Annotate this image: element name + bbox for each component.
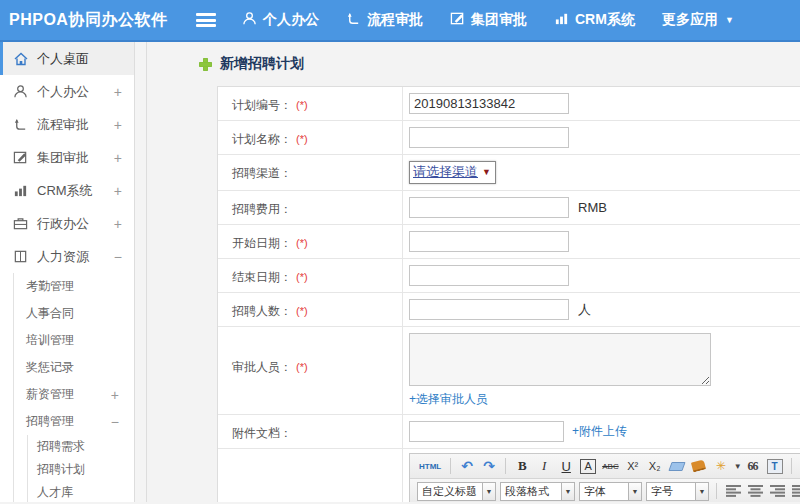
align-center-icon[interactable] — [747, 482, 763, 500]
edit-icon — [450, 11, 471, 29]
topnav-group-approval[interactable]: 集团审批 — [450, 11, 527, 29]
bold-button[interactable]: B — [514, 457, 530, 475]
eraser-icon[interactable] — [669, 457, 685, 475]
field-label: 结束日期： — [232, 270, 292, 284]
sidebar-subitem-recruit-plan[interactable]: 招聘计划 — [28, 458, 134, 481]
sidebar-scrollbar[interactable] — [135, 42, 147, 502]
cost-input[interactable] — [409, 197, 569, 218]
home-icon — [12, 50, 29, 67]
blockquote-button[interactable]: 66 — [745, 457, 761, 475]
field-label: 审批人员： — [232, 360, 292, 374]
select-value: 请选择渠道 — [413, 163, 478, 181]
html-source-button[interactable]: HTML — [418, 457, 442, 475]
expand-toggle[interactable]: + — [114, 216, 122, 232]
underline-button[interactable]: U — [558, 457, 574, 475]
rich-text-editor: HTML ↶ ↷ B I U A ABC X² — [409, 453, 800, 502]
form-row-headcount: 招聘人数：(*) 人 — [218, 293, 800, 327]
caret-down-icon[interactable]: ▼ — [696, 482, 709, 501]
undo-icon[interactable]: ↶ — [459, 457, 475, 475]
sidebar-item-workflow-approval[interactable]: 流程审批 + — [0, 108, 134, 141]
field-label: 招聘人数： — [232, 304, 292, 318]
hr-submenu: 考勤管理 人事合同 培训管理 奖惩记录 薪资管理 + 招聘管理 − — [13, 273, 134, 502]
sidebar-subitem-label: 人事合同 — [26, 305, 74, 322]
form-row-attachment: 附件文档： +附件上传 — [218, 415, 800, 449]
custom-heading-dropdown[interactable]: 自定义标题 ▼ — [417, 482, 496, 501]
person-icon — [12, 83, 29, 100]
font-border-button[interactable]: A — [580, 459, 596, 474]
superscript-button[interactable]: X² — [625, 457, 641, 475]
collapse-toggle[interactable]: − — [111, 414, 119, 430]
sidebar-subitem-salary[interactable]: 薪资管理 + — [14, 381, 134, 408]
required-mark: (*) — [296, 237, 308, 249]
expand-toggle[interactable]: + — [114, 84, 122, 100]
sidebar-item-label: 个人桌面 — [37, 50, 89, 68]
plan-name-input[interactable] — [409, 127, 569, 148]
sidebar-subitem-training[interactable]: 培训管理 — [14, 327, 134, 354]
font-family-dropdown[interactable]: 字体 ▼ — [579, 482, 642, 501]
sidebar-subitem-attendance[interactable]: 考勤管理 — [14, 273, 134, 300]
topnav-personal-office[interactable]: 个人办公 — [242, 11, 319, 29]
sidebar-item-group-approval[interactable]: 集团审批 + — [0, 141, 134, 174]
end-date-input[interactable] — [409, 265, 569, 286]
page-header: 新增招聘计划 — [147, 42, 800, 86]
building-icon — [12, 248, 29, 265]
format-painter-icon[interactable]: ✳ — [713, 457, 729, 475]
headcount-input[interactable] — [409, 299, 569, 320]
align-justify-icon[interactable] — [791, 482, 800, 500]
expand-toggle[interactable]: + — [114, 117, 122, 133]
form-row-cost: 招聘费用： RMB — [218, 191, 800, 225]
sidebar-item-crm-system[interactable]: CRM系统 + — [0, 174, 134, 207]
topnav-label: 个人办公 — [263, 11, 319, 29]
sidebar-item-personal-office[interactable]: 个人办公 + — [0, 75, 134, 108]
field-label: 附件文档： — [232, 426, 292, 440]
select-approvers-link[interactable]: +选择审批人员 — [409, 391, 488, 408]
topnav-workflow-approval[interactable]: 流程审批 — [346, 11, 423, 29]
sidebar-item-personal-desktop[interactable]: 个人桌面 — [0, 42, 134, 75]
align-right-icon[interactable] — [769, 482, 785, 500]
subscript-button[interactable]: X₂ — [647, 457, 663, 475]
required-mark: (*) — [296, 361, 308, 373]
topnav-crm-system[interactable]: CRM系统 — [554, 11, 635, 29]
currency-suffix: RMB — [578, 200, 607, 215]
sidebar-item-label: 集团审批 — [37, 149, 89, 167]
form-row-editor: HTML ↶ ↷ B I U A ABC X² — [218, 449, 800, 502]
caret-down-icon[interactable]: ▼ — [483, 482, 496, 501]
plan-number-input[interactable] — [409, 93, 569, 114]
sidebar-subitem-recruitment[interactable]: 招聘管理 − — [14, 408, 134, 435]
italic-button[interactable]: I — [536, 457, 552, 475]
expand-toggle[interactable]: + — [111, 387, 119, 403]
sidebar-subitem-label: 招聘需求 — [37, 438, 85, 455]
paste-icon[interactable]: T — [767, 459, 783, 474]
field-label: 开始日期： — [232, 236, 292, 250]
clean-format-icon[interactable] — [691, 457, 707, 475]
attachment-input[interactable] — [409, 421, 564, 442]
start-date-input[interactable] — [409, 231, 569, 252]
caret-down-icon[interactable]: ▼ — [734, 462, 742, 471]
sidebar-item-label: CRM系统 — [37, 182, 93, 200]
align-left-icon[interactable] — [725, 482, 741, 500]
caret-down-icon[interactable]: ▼ — [629, 482, 642, 501]
expand-toggle[interactable]: + — [114, 150, 122, 166]
sidebar-subitem-hr-contract[interactable]: 人事合同 — [14, 300, 134, 327]
topnav-label: 集团审批 — [471, 11, 527, 29]
attachment-upload-link[interactable]: +附件上传 — [572, 423, 627, 440]
sidebar-subitem-label: 人才库 — [37, 484, 73, 501]
sidebar-subitem-label: 培训管理 — [26, 332, 74, 349]
approvers-textarea[interactable] — [409, 333, 711, 386]
expand-toggle[interactable]: + — [114, 183, 122, 199]
sidebar-subitem-talent-pool[interactable]: 人才库 — [28, 481, 134, 502]
strikethrough-button[interactable]: ABC — [602, 457, 618, 475]
collapse-toggle[interactable]: − — [114, 249, 122, 265]
sidebar-subitem-recruit-demand[interactable]: 招聘需求 — [28, 435, 134, 458]
sidebar-subitem-rewards[interactable]: 奖惩记录 — [14, 354, 134, 381]
channel-select[interactable]: 请选择渠道 ▼ — [409, 161, 496, 184]
paragraph-format-dropdown[interactable]: 段落格式 ▼ — [500, 482, 575, 501]
topnav-more-apps[interactable]: 更多应用 ▼ — [662, 11, 734, 29]
sidebar-item-human-resources[interactable]: 人力资源 − — [0, 240, 134, 273]
caret-down-icon[interactable]: ▼ — [562, 482, 575, 501]
menu-toggle-icon[interactable] — [196, 13, 216, 27]
sidebar-item-admin-office[interactable]: 行政办公 + — [0, 207, 134, 240]
redo-icon[interactable]: ↷ — [481, 457, 497, 475]
font-size-dropdown[interactable]: 字号 ▼ — [646, 482, 709, 501]
recruitment-submenu: 招聘需求 招聘计划 人才库 — [27, 435, 134, 502]
